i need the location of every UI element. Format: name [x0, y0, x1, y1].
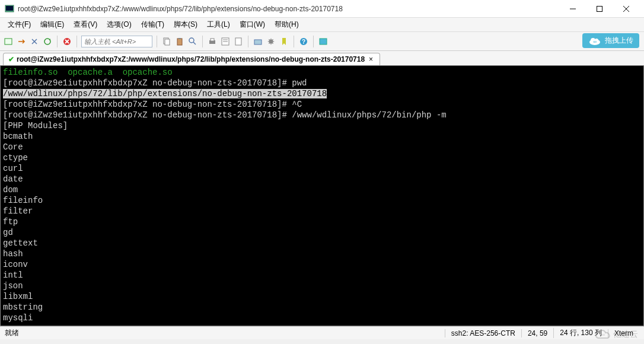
terminal-output: mysqli — [3, 313, 641, 323]
minimize-button[interactable] — [559, 1, 586, 17]
print-icon[interactable] — [207, 36, 218, 47]
menu-options[interactable]: 选项(O) — [102, 18, 136, 31]
terminal-output: libxml — [3, 291, 641, 302]
terminal-output: mbstring — [3, 302, 641, 313]
session-manager-icon[interactable] — [253, 36, 263, 47]
help-icon[interactable]: ? — [298, 36, 309, 47]
terminal-output: filter — [3, 206, 641, 216]
watermark-cloud-icon: ∞ — [595, 329, 611, 340]
terminal-output: fileinfo — [3, 195, 641, 206]
log-icon[interactable] — [233, 36, 244, 47]
svg-text:?: ? — [302, 39, 305, 45]
status-encryption: ssh2: AES-256-CTR — [445, 329, 521, 337]
terminal-output: [root@iZwz9e1iutpxhhfxbdxp7xZ no-debug-n… — [3, 99, 641, 110]
menu-edit[interactable]: 编辑(E) — [36, 18, 69, 31]
menu-transfer[interactable]: 传输(T) — [136, 18, 169, 31]
menu-window[interactable]: 窗口(W) — [235, 18, 270, 31]
toolbar-separator — [57, 36, 58, 47]
tab-close-button[interactable]: × — [367, 55, 375, 63]
xftp-icon[interactable] — [318, 36, 329, 47]
terminal-output: curl — [3, 163, 641, 174]
disconnect-icon[interactable] — [62, 36, 72, 47]
terminal-output: Core — [3, 142, 641, 152]
svg-rect-18 — [211, 39, 214, 41]
properties-icon[interactable] — [220, 36, 231, 47]
terminal-output: dom — [3, 184, 641, 195]
quick-connect-icon[interactable] — [29, 36, 40, 47]
tab-title: root@iZwz9e1iutpxhhfxbdxp7xZ:/www/wdlinu… — [17, 55, 365, 63]
svg-line-16 — [193, 42, 196, 44]
status-cursor: 24, 59 — [521, 329, 553, 337]
svg-rect-22 — [235, 38, 241, 45]
reconnect-icon[interactable] — [42, 36, 53, 47]
toolbar-separator — [76, 36, 77, 47]
terminal-output: [root@iZwz9e1iutpxhhfxbdxp7xZ no-debug-n… — [3, 78, 641, 88]
terminal-output: /www/wdlinux/phps/72/lib/php/extensions/… — [3, 88, 641, 99]
toolbar-separator — [294, 36, 294, 47]
terminal-output: ctype — [3, 152, 641, 163]
terminal-output: [root@iZwz9e1iutpxhhfxbdxp7xZ no-debug-n… — [3, 110, 641, 120]
svg-rect-1 — [6, 6, 13, 11]
titlebar: root@iZwz9e1iutpxhhfxbdxp7xZ:/www/wdlinu… — [0, 0, 644, 18]
new-session-icon[interactable] — [3, 36, 14, 47]
terminal-output: json — [3, 281, 641, 291]
bookmark-icon[interactable] — [279, 36, 289, 47]
terminal-output: date — [3, 174, 641, 184]
statusbar: 就绪 ssh2: AES-256-CTR 24, 59 24 行, 130 列 … — [0, 326, 644, 339]
svg-rect-14 — [178, 38, 181, 39]
toolbar-separator — [313, 36, 314, 47]
menu-tools[interactable]: 工具(L) — [202, 18, 235, 31]
find-icon[interactable] — [187, 36, 198, 47]
connected-icon: ✔ — [8, 55, 14, 63]
toolbar-separator — [202, 36, 203, 47]
menu-script[interactable]: 脚本(S) — [169, 18, 202, 31]
settings-icon[interactable] — [266, 36, 276, 47]
svg-rect-12 — [165, 39, 170, 45]
menu-file[interactable]: 文件(F) — [3, 18, 36, 31]
window-controls — [559, 1, 639, 17]
cloud-icon: ∞ — [588, 36, 601, 46]
terminal-output: gettext — [3, 238, 641, 249]
terminal-output: gd — [3, 227, 641, 238]
watermark-text: 亿速云 — [613, 329, 638, 340]
terminal-output: ftp — [3, 216, 641, 227]
status-ready: 就绪 — [5, 328, 445, 338]
svg-rect-13 — [177, 39, 182, 45]
svg-point-15 — [189, 38, 194, 43]
svg-rect-26 — [320, 39, 327, 44]
host-input[interactable] — [81, 36, 152, 47]
close-button[interactable] — [613, 1, 639, 17]
toolbar: ? ∞ 拖拽上传 — [0, 32, 644, 51]
toolbar-separator — [157, 36, 157, 47]
svg-text:∞: ∞ — [601, 332, 605, 337]
copy-icon[interactable] — [161, 36, 172, 47]
svg-text:∞: ∞ — [593, 39, 597, 44]
toolbar-separator — [248, 36, 248, 47]
terminal-output: bcmath — [3, 131, 641, 142]
paste-icon[interactable] — [174, 36, 185, 47]
svg-rect-6 — [5, 39, 12, 44]
app-icon — [5, 4, 14, 14]
terminal-output: hash — [3, 249, 641, 259]
session-tab[interactable]: ✔ root@iZwz9e1iutpxhhfxbdxp7xZ:/www/wdli… — [3, 53, 380, 65]
maximize-button[interactable] — [586, 1, 613, 17]
upload-badge[interactable]: ∞ 拖拽上传 — [582, 33, 639, 48]
tabbar: ✔ root@iZwz9e1iutpxhhfxbdxp7xZ:/www/wdli… — [0, 51, 644, 65]
terminal-output: intl — [3, 270, 641, 281]
terminal-output: [PHP Modules] — [3, 120, 641, 131]
terminal-output: iconv — [3, 259, 641, 270]
svg-rect-23 — [254, 40, 262, 44]
window-title: root@iZwz9e1iutpxhhfxbdxp7xZ:/www/wdlinu… — [18, 5, 559, 13]
watermark: ∞ 亿速云 — [595, 329, 638, 340]
connect-icon[interactable] — [16, 36, 27, 47]
terminal[interactable]: fileinfo.so opcache.a opcache.so [root@i… — [0, 65, 644, 326]
menubar: 文件(F) 编辑(E) 查看(V) 选项(O) 传输(T) 脚本(S) 工具(L… — [0, 18, 644, 32]
menu-view[interactable]: 查看(V) — [69, 18, 102, 31]
upload-badge-label: 拖拽上传 — [605, 36, 633, 46]
menu-help[interactable]: 帮助(H) — [270, 18, 304, 31]
terminal-output: fileinfo.so opcache.a opcache.so — [3, 67, 641, 78]
svg-rect-3 — [597, 6, 602, 11]
